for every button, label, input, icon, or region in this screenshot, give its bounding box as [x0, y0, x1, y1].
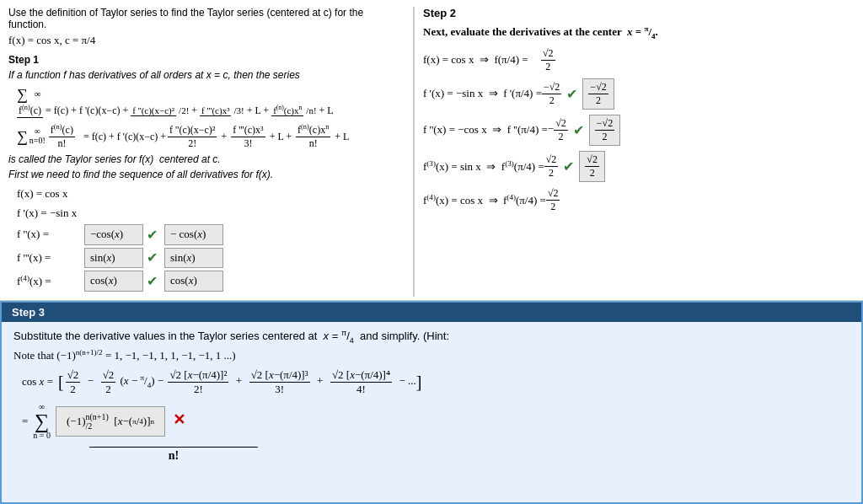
eval-check-3: ✔	[563, 158, 574, 174]
step3-hint: Note that (−1)n(n+1)/2 = 1, −1, −1, 1, 1…	[13, 348, 850, 362]
eval-check-2: ✔	[573, 122, 584, 138]
step3-section: Step 3 Substitute the derivative values …	[0, 301, 863, 504]
series-formula: ∑ ∞ f(n)(c) = f(c) + f '(c)(x−c) + f ''(…	[17, 86, 396, 118]
main-container: Use the definition of Taylor series to f…	[0, 0, 863, 504]
function-def: f(x) = cos x, c = π/4	[8, 34, 396, 47]
eval-row-3: f(3)(x) = sin x ⇒ f(3)(π/4) = √2 2 ✔ √2 …	[423, 151, 855, 182]
problem-instruction: Use the definition of Taylor series to f…	[8, 7, 396, 30]
eval-frac-2: √2 2	[554, 117, 568, 143]
check-icon-4: ✔	[147, 271, 158, 292]
deriv-hint-2[interactable]: − cos(x)	[164, 224, 223, 245]
x-close-icon: ✕	[173, 411, 185, 428]
deriv-row-3: f '''(x) = sin(x) ✔ sin(x)	[17, 247, 396, 269]
series-display: ∑ ∞ n=0! f(n)(c)	[17, 123, 396, 150]
left-panel: Use the definition of Taylor series to f…	[8, 7, 413, 297]
eval-check-1: ✔	[566, 86, 577, 102]
derivatives-list: f(x) = cos x f '(x) = −sin x f ''(x) = −…	[17, 185, 396, 292]
summation-input[interactable]: (−1)n(n+1)/2 [x−(π/4)]n	[56, 406, 165, 437]
summation-row: = ∞ ∑ n = 0 (−1)n(n+1)/2 [x−(π/4)]n ✕	[22, 403, 841, 440]
step3-content: Substitute the derivative values in the …	[2, 322, 861, 469]
step1-text2: is called the Taylor series for f(x) cen…	[8, 153, 396, 165]
right-panel: Step 2 Next, evaluate the derivatives at…	[413, 7, 855, 297]
eval-row-1: f '(x) = −sin x ⇒ f '(π/4) = −√2 2 ✔ −√2…	[423, 78, 855, 110]
step1-text1: If a function f has derivatives of all o…	[8, 69, 396, 81]
eval-row-2: f ''(x) = −cos x ⇒ f ''(π/4) = − √2 2 ✔ …	[423, 115, 855, 146]
deriv-hint-3[interactable]: sin(x)	[164, 248, 223, 269]
eval-row-0: f(x) = cos x ⇒ f(π/4) = √2 2	[423, 47, 855, 73]
eval-frac-3: √2 2	[544, 153, 559, 180]
deriv-row-0: f(x) = cos x	[17, 185, 396, 203]
eval-box-1[interactable]: −√2 2	[582, 78, 614, 110]
check-icon-2: ✔	[147, 224, 158, 246]
deriv-input-4[interactable]: cos(x)	[84, 271, 143, 292]
top-section: Use the definition of Taylor series to f…	[0, 0, 863, 301]
deriv-row-1: f '(x) = −sin x	[17, 205, 396, 223]
sigma-symbol: ∞ ∑ n = 0	[33, 403, 51, 440]
step3-header: Step 3	[2, 303, 861, 322]
step1-text3: First we need to find the sequence of al…	[8, 169, 396, 180]
cos-expansion: cos x = [ √2 2 − √2	[22, 368, 841, 396]
eval-frac-0: √2 2	[541, 47, 555, 73]
step2-intro: Next, evaluate the derivatives at the ce…	[423, 24, 855, 40]
deriv-hint-4[interactable]: cos(x)	[164, 271, 223, 292]
check-icon-3: ✔	[147, 247, 158, 269]
step2-label: Step 2	[423, 7, 855, 19]
step1-label: Step 1	[8, 54, 396, 66]
eval-row-4: f(4)(x) = cos x ⇒ f(4)(π/4) = √2 2	[423, 187, 855, 213]
series-formula-text: ∞ f(n)(c) = f(c) + f '(c)(x−c) + f ''(c)…	[17, 88, 334, 116]
deriv-row-2: f ''(x) = −cos(x) ✔ − cos(x)	[17, 224, 396, 246]
eval-box-2[interactable]: −√2 2	[589, 115, 620, 146]
eval-frac-4: √2 2	[546, 187, 560, 213]
eval-frac-1: −√2 2	[542, 81, 561, 107]
step3-instruction: Substitute the derivative values in the …	[13, 329, 850, 345]
deriv-input-2[interactable]: −cos(x)	[84, 224, 143, 245]
denominator-row: n!	[72, 447, 841, 463]
deriv-row-4: f(4)(x) = cos(x) ✔ cos(x)	[17, 271, 396, 292]
eval-box-3[interactable]: √2 2	[579, 151, 605, 182]
deriv-input-3[interactable]: sin(x)	[84, 248, 143, 269]
